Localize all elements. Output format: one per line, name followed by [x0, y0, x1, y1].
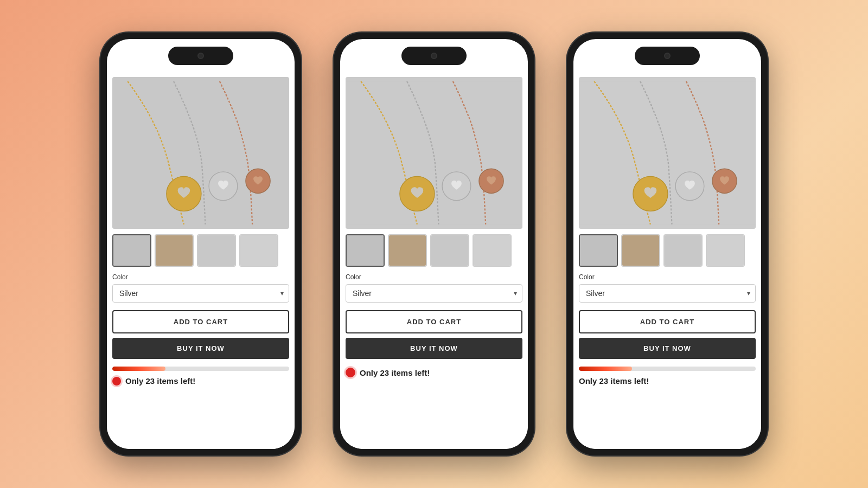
thumb-2-middle[interactable]	[388, 234, 427, 267]
thumbnails-right	[579, 234, 756, 267]
thumb-4-left[interactable]	[239, 234, 278, 267]
stock-text-right: Only 23 items left!	[579, 376, 649, 386]
color-label-right: Color	[579, 273, 756, 281]
phone-screen-right: Color Silver Gold Rose Gold ▾ ADD TO CAR…	[573, 39, 761, 449]
product-image-left	[112, 77, 289, 229]
color-select-left[interactable]: Silver Gold Rose Gold	[112, 284, 289, 303]
buy-now-button-middle[interactable]: BUY IT NOW	[346, 338, 522, 359]
thumb-3-middle[interactable]	[430, 234, 469, 267]
camera-left	[197, 53, 204, 59]
phone-frame-right: Color Silver Gold Rose Gold ▾ ADD TO CAR…	[567, 33, 768, 455]
stock-text-middle: Only 23 items left!	[360, 368, 430, 377]
notch-middle	[401, 47, 467, 65]
color-select-right[interactable]: Silver Gold Rose Gold	[579, 284, 756, 303]
thumbnails-left	[112, 234, 289, 267]
stock-text-left: Only 23 items left!	[125, 376, 195, 386]
phone-frame-left: Color Silver Gold Rose Gold ▾ ADD TO CAR…	[100, 33, 301, 455]
thumb-2-right[interactable]	[621, 234, 660, 267]
color-label-middle: Color	[346, 273, 522, 281]
red-dot-left	[112, 377, 121, 386]
progress-bar-right	[579, 367, 756, 371]
phone-screen-middle: Color Silver Gold Rose Gold ▾ ADD TO CAR…	[340, 39, 528, 449]
phone-middle: Color Silver Gold Rose Gold ▾ ADD TO CAR…	[334, 33, 534, 455]
notch-left	[168, 47, 233, 65]
screen-content-middle: Color Silver Gold Rose Gold ▾ ADD TO CAR…	[340, 72, 528, 449]
buy-now-button-right[interactable]: BUY IT NOW	[579, 338, 756, 359]
necklace-scene-right	[579, 77, 756, 229]
progress-fill-left	[112, 367, 165, 371]
thumb-3-left[interactable]	[197, 234, 236, 267]
progress-fill-right	[579, 367, 632, 371]
add-to-cart-button-left[interactable]: ADD TO CART	[112, 310, 289, 333]
camera-right	[664, 53, 671, 59]
stock-info-left: Only 23 items left!	[112, 376, 289, 386]
stock-info-right: Only 23 items left!	[579, 376, 756, 386]
color-select-middle[interactable]: Silver Gold Rose Gold	[346, 284, 522, 303]
necklace-scene-middle	[346, 77, 522, 229]
progress-bar-left	[112, 367, 289, 371]
screen-content-right: Color Silver Gold Rose Gold ▾ ADD TO CAR…	[573, 72, 761, 449]
add-to-cart-button-middle[interactable]: ADD TO CART	[346, 310, 522, 333]
thumb-2-left[interactable]	[155, 234, 194, 267]
phone-left: Color Silver Gold Rose Gold ▾ ADD TO CAR…	[100, 33, 301, 455]
phone-frame-middle: Color Silver Gold Rose Gold ▾ ADD TO CAR…	[334, 33, 534, 455]
thumb-1-middle[interactable]	[346, 234, 385, 267]
phone-right: Color Silver Gold Rose Gold ▾ ADD TO CAR…	[567, 33, 768, 455]
screen-content-left: Color Silver Gold Rose Gold ▾ ADD TO CAR…	[107, 72, 295, 449]
thumb-1-right[interactable]	[579, 234, 618, 267]
product-image-right	[579, 77, 756, 229]
necklace-scene-left	[112, 77, 289, 229]
buy-now-button-left[interactable]: BUY IT NOW	[112, 338, 289, 359]
camera-middle	[431, 53, 437, 59]
stock-info-middle: Only 23 items left!	[346, 368, 522, 377]
color-label-left: Color	[112, 273, 289, 281]
thumb-3-right[interactable]	[663, 234, 703, 267]
color-select-wrapper-left: Silver Gold Rose Gold ▾	[112, 284, 289, 303]
color-select-wrapper-right: Silver Gold Rose Gold ▾	[579, 284, 756, 303]
thumb-1-left[interactable]	[112, 234, 151, 267]
thumb-4-middle[interactable]	[473, 234, 512, 267]
red-dot-middle	[346, 368, 355, 377]
phone-screen-left: Color Silver Gold Rose Gold ▾ ADD TO CAR…	[107, 39, 295, 449]
add-to-cart-button-right[interactable]: ADD TO CART	[579, 310, 756, 333]
product-image-middle	[346, 77, 522, 229]
color-select-wrapper-middle: Silver Gold Rose Gold ▾	[346, 284, 522, 303]
thumbnails-middle	[346, 234, 522, 267]
thumb-4-right[interactable]	[706, 234, 745, 267]
notch-right	[635, 47, 700, 65]
